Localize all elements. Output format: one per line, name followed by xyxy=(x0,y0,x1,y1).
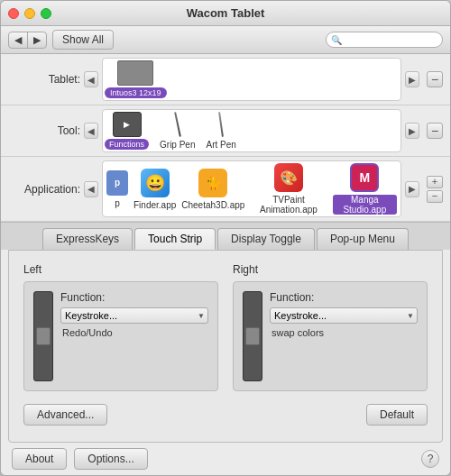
tool-row: Tool: ◀ ▶ Functions Grip Pen Art Pen ▶ − xyxy=(1,105,450,157)
left-strip-panel: Function: Keystroke... Redo/Undo xyxy=(23,281,218,391)
app-partial[interactable]: p p xyxy=(106,170,128,208)
right-slider[interactable] xyxy=(243,291,262,381)
tool-left-arrow[interactable]: ◀ xyxy=(84,123,98,139)
titlebar: Wacom Tablet xyxy=(1,1,450,26)
left-slider-handle xyxy=(36,327,51,345)
app-cheetah-label: Cheetah3D.app xyxy=(181,200,244,210)
bottom-bar: About Options... ? xyxy=(1,443,450,475)
app-tvpaint[interactable]: 🎨 TVPaint Animation.app xyxy=(250,163,327,215)
tablet-right-arrow[interactable]: ▶ xyxy=(405,71,419,87)
app-cheetah[interactable]: 🐈 Cheetah3D.app xyxy=(181,169,244,210)
tablet-device[interactable]: Intuos3 12x19 xyxy=(105,60,167,98)
right-panel-label: Right xyxy=(233,263,428,276)
manga-icon: M xyxy=(350,163,379,192)
window: Wacom Tablet ◀ ▶ Show All 🔍 Tablet: ◀ In… xyxy=(0,0,451,476)
toolbar: ◀ ▶ Show All 🔍 xyxy=(1,26,450,54)
tool-items: ▶ Functions Grip Pen Art Pen xyxy=(102,109,401,152)
tool-remove-button[interactable]: − xyxy=(427,123,443,139)
app-partial-label: p xyxy=(115,198,120,208)
tool-functions[interactable]: ▶ Functions xyxy=(105,112,149,150)
right-slider-handle xyxy=(245,327,260,345)
app-left-arrow[interactable]: ◀ xyxy=(84,181,98,197)
app-manga[interactable]: M Manga Studio.app xyxy=(333,163,397,215)
right-function-value: swap colors xyxy=(270,327,418,338)
app-right-arrow[interactable]: ▶ xyxy=(405,181,419,197)
tablet-left-arrow[interactable]: ◀ xyxy=(84,71,98,87)
left-select-wrapper: Keystroke... xyxy=(60,307,208,324)
left-slider[interactable] xyxy=(33,291,53,381)
left-function-value: Redo/Undo xyxy=(60,327,208,338)
search-input[interactable] xyxy=(326,32,443,48)
left-function-select[interactable]: Keystroke... xyxy=(60,307,208,324)
tab-touchstrip[interactable]: Touch Strip xyxy=(134,228,216,250)
tab-popupmenu[interactable]: Pop-up Menu xyxy=(317,228,409,250)
pen-icon-1 xyxy=(174,112,181,137)
options-button[interactable]: Options... xyxy=(74,448,147,470)
right-panel-wrapper: Right Function: Keystroke... swap colors xyxy=(233,263,428,391)
app-tvpaint-label: TVPaint Animation.app xyxy=(250,195,327,215)
left-panel-content: Function: Keystroke... Redo/Undo xyxy=(60,291,208,381)
app-manga-label: Manga Studio.app xyxy=(333,195,397,215)
pen-icon-2 xyxy=(218,112,224,137)
nav-buttons: ◀ ▶ xyxy=(8,32,47,49)
app-finder-label: Finder.app xyxy=(133,200,176,210)
art-pen-label: Art Pen xyxy=(207,140,236,150)
tablet-label: Tablet: xyxy=(8,73,80,86)
window-controls xyxy=(8,8,51,19)
default-button[interactable]: Default xyxy=(366,404,428,426)
tool-label: Tool: xyxy=(8,124,80,137)
tablet-devices: Intuos3 12x19 xyxy=(102,58,401,101)
tablet-icon xyxy=(117,60,153,86)
advanced-default-row: Advanced... Default xyxy=(23,404,428,429)
search-box: 🔍 xyxy=(326,32,443,48)
tool-right-arrow[interactable]: ▶ xyxy=(405,123,419,139)
partial-icon: p xyxy=(106,170,128,196)
app-remove-button[interactable]: − xyxy=(427,190,443,203)
tool-art-pen[interactable]: Art Pen xyxy=(207,112,236,150)
application-label: Application: xyxy=(8,183,80,196)
right-function-label: Function: xyxy=(270,291,418,304)
right-panel-content: Function: Keystroke... swap colors xyxy=(270,291,418,381)
search-icon: 🔍 xyxy=(331,35,342,45)
help-button[interactable]: ? xyxy=(421,450,439,468)
right-select-wrapper: Keystroke... xyxy=(270,307,418,324)
tablet-row: Tablet: ◀ Intuos3 12x19 ▶ − xyxy=(1,54,450,105)
touch-strip-panels: Left Function: Keystroke... Redo/Undo xyxy=(23,263,428,391)
app-items: p p 😀 Finder.app 🐈 Cheetah3D.app 🎨 TVPai… xyxy=(102,160,401,217)
forward-button[interactable]: ▶ xyxy=(28,32,46,48)
application-row: Application: ◀ p p 😀 Finder.app 🐈 Cheeta… xyxy=(1,157,450,222)
right-function-select[interactable]: Keystroke... xyxy=(270,307,418,324)
about-button[interactable]: About xyxy=(12,448,67,470)
tablet-remove-button[interactable]: − xyxy=(427,71,443,87)
grip-pen-icon xyxy=(177,112,179,137)
back-button[interactable]: ◀ xyxy=(9,32,28,48)
functions-icon: ▶ xyxy=(113,112,142,137)
functions-badge: Functions xyxy=(105,139,149,150)
close-button[interactable] xyxy=(8,8,19,19)
app-plus-minus: + − xyxy=(427,176,443,203)
left-function-label: Function: xyxy=(60,291,208,304)
finder-icon: 😀 xyxy=(141,169,170,197)
tab-bar: ExpressKeys Touch Strip Display Toggle P… xyxy=(1,222,450,250)
minimize-button[interactable] xyxy=(24,8,35,19)
app-finder[interactable]: 😀 Finder.app xyxy=(133,169,176,210)
tool-grip-pen[interactable]: Grip Pen xyxy=(160,112,195,150)
window-title: Wacom Tablet xyxy=(187,6,265,20)
tab-displaytoggle[interactable]: Display Toggle xyxy=(217,228,315,250)
advanced-button[interactable]: Advanced... xyxy=(23,404,107,426)
app-add-button[interactable]: + xyxy=(427,176,443,188)
grip-pen-label: Grip Pen xyxy=(160,140,195,150)
right-strip-panel: Function: Keystroke... swap colors xyxy=(233,281,428,391)
tab-expresskeys[interactable]: ExpressKeys xyxy=(42,228,133,250)
tablet-badge: Intuos3 12x19 xyxy=(105,87,167,98)
cheetah-icon: 🐈 xyxy=(198,169,227,197)
tvpaint-icon: 🎨 xyxy=(274,163,303,192)
main-content: Left Function: Keystroke... Redo/Undo xyxy=(8,250,443,443)
left-panel-label: Left xyxy=(23,263,218,276)
left-panel-wrapper: Left Function: Keystroke... Redo/Undo xyxy=(23,263,218,391)
maximize-button[interactable] xyxy=(41,8,51,19)
show-all-button[interactable]: Show All xyxy=(52,30,114,50)
